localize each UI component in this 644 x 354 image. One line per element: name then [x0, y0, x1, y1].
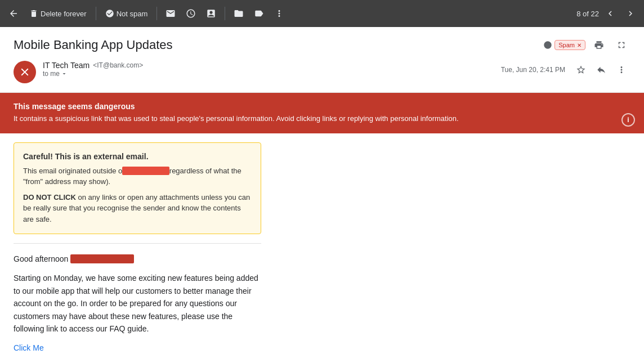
spam-badge: Spam ✕ — [554, 40, 585, 50]
expand-button[interactable] — [612, 36, 630, 54]
mail-icon-button[interactable] — [162, 5, 180, 23]
next-email-button[interactable] — [621, 5, 639, 23]
sender-name: IT Tech Team — [43, 61, 90, 70]
remove-spam-badge[interactable]: ✕ — [577, 42, 582, 48]
reply-header-button[interactable] — [592, 61, 610, 79]
delete-forever-button[interactable]: Delete forever — [25, 6, 91, 21]
message-divider — [14, 243, 261, 244]
more-email-button[interactable] — [612, 61, 630, 79]
email-time: Tue, Jun 20, 2:41 PM — [501, 66, 565, 74]
not-spam-button[interactable]: Not spam — [101, 6, 153, 21]
top-toolbar: Delete forever Not spam 8 of 22 — [0, 0, 644, 27]
body-paragraph-1: Starting on Monday, we have some excitin… — [14, 272, 261, 335]
click-me-link[interactable]: Click Me — [14, 343, 44, 352]
divider-2 — [156, 7, 157, 20]
warning-text: It contains a suspicious link that was u… — [14, 113, 630, 124]
external-warning-text-2: DO NOT CLICK on any links or open any at… — [23, 192, 252, 225]
email-subject: Mobile Banking App Updates — [14, 38, 539, 52]
avatar — [14, 61, 36, 83]
subject-icons — [590, 36, 630, 54]
prev-email-button[interactable] — [601, 5, 619, 23]
move-button[interactable] — [230, 5, 248, 23]
sender-to[interactable]: to me — [43, 70, 501, 78]
print-button[interactable] — [590, 36, 608, 54]
divider-3 — [225, 7, 225, 20]
sender-row: IT Tech Team <IT@bank.com> to me Tue, Ju… — [14, 61, 630, 83]
sender-email: <IT@bank.com> — [93, 61, 143, 69]
star-button[interactable] — [572, 61, 590, 79]
link-paragraph: Click Me — [14, 342, 261, 354]
snooze-label-icon — [543, 41, 552, 50]
label-button[interactable] — [250, 5, 268, 23]
message-text: Good afternoon Starting on Monday, we ha… — [14, 253, 261, 354]
divider-1 — [96, 7, 96, 20]
sender-name-row: IT Tech Team <IT@bank.com> — [43, 61, 501, 70]
external-warning-box: Careful! This is an external email. This… — [14, 142, 261, 235]
external-warning-text-1: This email originated outside o regardle… — [23, 165, 252, 187]
external-warning-title: Careful! This is an external email. — [23, 152, 252, 161]
warning-info-icon[interactable]: i — [621, 113, 635, 127]
more-actions-button[interactable] — [270, 5, 288, 23]
sender-info: IT Tech Team <IT@bank.com> to me — [43, 61, 501, 78]
warning-title: This message seems dangerous — [14, 102, 630, 111]
back-button[interactable] — [5, 5, 23, 23]
redacted-name — [70, 254, 134, 263]
subject-row: Mobile Banking App Updates Spam ✕ — [14, 36, 630, 54]
email-header: Mobile Banking App Updates Spam ✕ — [0, 27, 644, 93]
email-body: Careful! This is an external email. This… — [0, 133, 394, 355]
tasks-button[interactable] — [202, 5, 220, 23]
email-actions: Tue, Jun 20, 2:41 PM — [501, 61, 630, 79]
snooze-button[interactable] — [182, 5, 200, 23]
email-container: Mobile Banking App Updates Spam ✕ — [0, 27, 644, 354]
redacted-domain — [122, 167, 169, 175]
greeting-line: Good afternoon — [14, 253, 261, 265]
chevron-down-icon — [61, 70, 68, 77]
nav-counter: 8 of 22 — [576, 10, 599, 18]
warning-banner: This message seems dangerous It contains… — [0, 93, 644, 133]
